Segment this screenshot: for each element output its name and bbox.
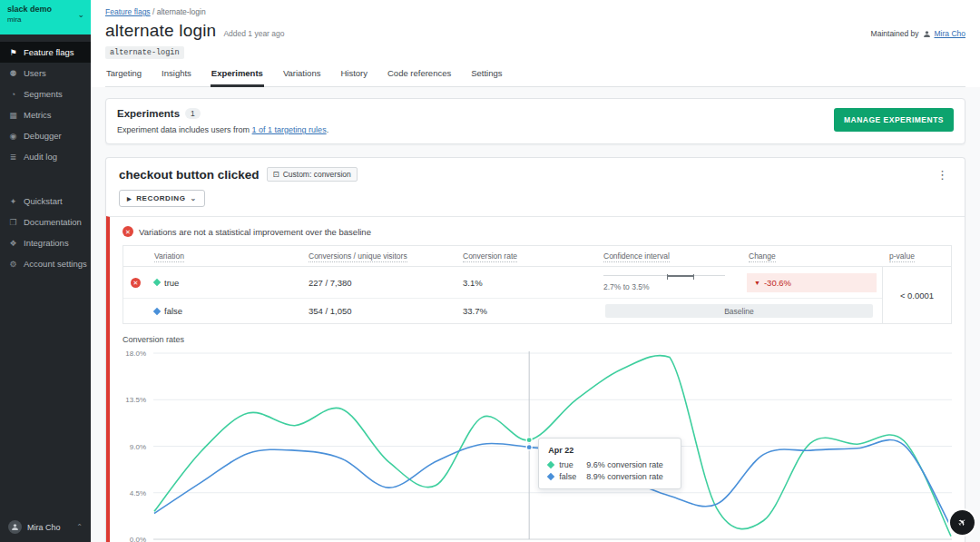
table-header-change: Change (741, 246, 882, 267)
gear-icon: ⚙ (8, 260, 18, 269)
tab-code-references[interactable]: Code references (387, 68, 452, 86)
experiments-description-suffix: . (327, 125, 329, 134)
maintainer-link[interactable]: Mira Cho (935, 29, 965, 38)
tooltip-row-true: true 9.6% conversion rate (548, 460, 671, 469)
tab-insights[interactable]: Insights (161, 68, 192, 86)
row-true-conversions: 227 / 7,380 (301, 267, 456, 299)
audit-log-icon: ≣ (8, 153, 18, 162)
help-beacon-button[interactable]: ✈ (950, 510, 975, 535)
manage-experiments-button[interactable]: MANAGE EXPERIMENTS (834, 108, 954, 132)
variation-label: true (164, 278, 179, 288)
chevron-down-icon: ⌄ (77, 10, 84, 19)
tab-experiments[interactable]: Experiments (211, 68, 264, 87)
sidebar: slack demo mira ⌄ ⚑ Feature flags ⚉ User… (0, 0, 91, 542)
recording-label: RECORDING (136, 194, 185, 202)
project-switcher[interactable]: slack demo mira ⌄ (0, 0, 91, 34)
conversion-chart-plot[interactable]: Apr 22 true 9.6% conversion rate false 8… (153, 350, 952, 540)
sidebar-item-quickstart[interactable]: ✦ Quickstart (0, 191, 91, 212)
experiments-description: Experiment data includes users from (117, 125, 252, 134)
sidebar-item-users[interactable]: ⚉ Users (0, 63, 91, 84)
row-false-variation: false (147, 299, 301, 323)
paper-plane-icon: ✈ (956, 516, 969, 530)
sidebar-item-metrics[interactable]: ▦ Metrics (0, 104, 91, 125)
breadcrumb-current: alternate-login (157, 7, 206, 16)
avatar (8, 520, 22, 534)
tab-targeting[interactable]: Targeting (105, 68, 142, 86)
custom-event-icon: ⊡ (273, 170, 279, 179)
users-icon: ⚉ (8, 69, 18, 78)
y-tick-label: 13.5% (125, 396, 146, 404)
confidence-interval-widget (603, 271, 725, 280)
tooltip-series-name: true (559, 460, 581, 469)
kebab-menu-icon[interactable]: ⋮ (933, 168, 952, 182)
sidebar-item-debugger[interactable]: ◉ Debugger (0, 125, 91, 146)
chart-tooltip: Apr 22 true 9.6% conversion rate false 8… (538, 438, 681, 489)
conversion-chart-area: 0.0%4.5%9.0%13.5%18.0% Apr 22 true 9.6% … (122, 350, 952, 542)
row-false-status (123, 299, 147, 323)
row-true-confidence-interval: 2.7% to 3.5% (596, 267, 741, 299)
row-true-change: ▼ -30.6% (741, 267, 882, 299)
sidebar-item-label: Account settings (24, 259, 87, 269)
triangle-down-icon: ▼ (754, 280, 760, 286)
sidebar-item-label: Segments (24, 89, 63, 99)
table-header-conversion-rate: Conversion rate (456, 246, 596, 267)
row-false-conversions: 354 / 1,050 (301, 299, 456, 323)
tooltip-date: Apr 22 (548, 446, 671, 455)
experiments-count-badge: 1 (185, 108, 201, 119)
sidebar-item-label: Metrics (24, 110, 52, 120)
page-title: alternate login (105, 21, 216, 41)
person-icon (11, 523, 19, 531)
sidebar-item-feature-flags[interactable]: ⚑ Feature flags (0, 42, 91, 63)
sidebar-item-label: Quickstart (24, 196, 63, 206)
confidence-interval-text: 2.7% to 3.5% (603, 282, 734, 291)
table-header-confidence-interval: Confidence interval (596, 246, 741, 267)
row-true-rate: 3.1% (456, 267, 596, 299)
metric-title: checkout button clicked (119, 168, 260, 182)
change-chip: ▼ -30.6% (747, 273, 877, 292)
breadcrumb-link-feature-flags[interactable]: Feature flags (105, 7, 151, 16)
user-name: Mira Cho (27, 523, 61, 532)
recording-dropdown-button[interactable]: ▶ RECORDING ⌄ (119, 190, 205, 207)
main-area: Feature flags / alternate-login alternat… (91, 0, 980, 542)
y-tick-label: 9.0% (130, 443, 146, 451)
tab-history[interactable]: History (339, 68, 368, 86)
maintainer-info: Maintained by Mira Cho (871, 29, 965, 38)
sidebar-nav: ⚑ Feature flags ⚉ Users ◔ Segments ▦ Met… (0, 42, 91, 274)
quickstart-icon: ✦ (8, 197, 18, 206)
tab-settings[interactable]: Settings (470, 68, 503, 86)
change-value: -30.6% (764, 278, 791, 288)
metric-kind-label: Custom: conversion (283, 170, 351, 179)
flag-age-text: Added 1 year ago (223, 29, 284, 38)
content-area: Experiments 1 Experiment data includes u… (91, 87, 980, 542)
targeting-rules-link[interactable]: 1 of 1 targeting rules (252, 125, 327, 134)
row-true-status: ✕ (123, 267, 147, 299)
tab-variations[interactable]: Variations (282, 68, 322, 86)
p-value-cell: < 0.0001 (882, 267, 951, 323)
flag-icon: ⚑ (8, 48, 18, 57)
chevron-down-icon: ⌄ (191, 194, 197, 202)
flag-key-chip: alternate-login (105, 46, 184, 59)
y-tick-label: 4.5% (130, 489, 146, 498)
sidebar-item-account-settings[interactable]: ⚙ Account settings (0, 253, 91, 274)
user-menu[interactable]: Mira Cho ⌃ (0, 512, 91, 542)
table-header-p-value: p-value (882, 246, 951, 267)
sidebar-divider (0, 167, 91, 191)
sidebar-item-segments[interactable]: ◔ Segments (0, 84, 91, 104)
chevron-up-icon: ⌃ (76, 523, 83, 531)
row-true-variation: true (147, 267, 301, 299)
maintained-by-label: Maintained by (871, 29, 919, 38)
play-icon: ▶ (127, 195, 132, 202)
experiments-summary-card: Experiments 1 Experiment data includes u… (105, 98, 965, 144)
sidebar-item-label: Documentation (24, 217, 82, 227)
sidebar-item-audit-log[interactable]: ≣ Audit log (0, 146, 91, 167)
sidebar-item-integrations[interactable]: ❖ Integrations (0, 232, 91, 253)
sidebar-item-label: Integrations (24, 238, 69, 248)
chart-y-axis: 0.0%4.5%9.0%13.5%18.0% (122, 350, 150, 542)
breadcrumb: Feature flags / alternate-login (105, 7, 965, 16)
segments-icon: ◔ (8, 90, 18, 99)
sidebar-spacer (0, 274, 91, 512)
experiment-metric-card: checkout button clicked ⊡ Custom: conver… (105, 157, 965, 542)
debugger-icon: ◉ (8, 132, 18, 141)
tooltip-series-value: 9.6% conversion rate (586, 460, 663, 469)
sidebar-item-documentation[interactable]: ❐ Documentation (0, 212, 91, 232)
